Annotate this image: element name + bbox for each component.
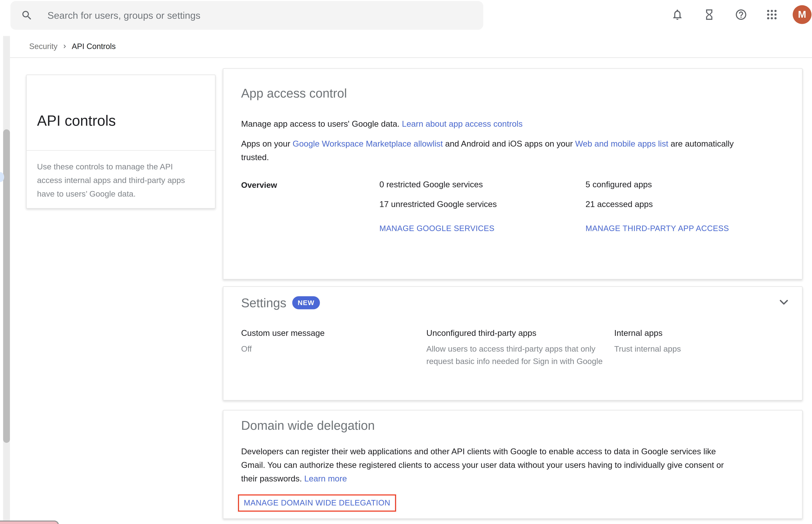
breadcrumb-separator-icon: › <box>63 41 66 51</box>
unconfigured-third-party-apps-desc: Allow users to access third-party apps t… <box>426 343 606 368</box>
restricted-services-count: 0 restricted Google services <box>379 180 483 189</box>
hourglass-icon[interactable] <box>703 8 716 21</box>
custom-user-message-value: Off <box>241 343 252 355</box>
api-controls-description: Use these controls to manage the API acc… <box>37 160 199 201</box>
app-access-control-title: App access control <box>241 86 347 101</box>
apps-grid-icon[interactable] <box>766 8 778 21</box>
intro-text: Manage app access to users' Google data. <box>241 119 402 128</box>
domain-wide-delegation-title: Domain wide delegation <box>241 418 375 433</box>
internal-apps-desc: Trust internal apps <box>614 343 681 355</box>
breadcrumb-security[interactable]: Security <box>29 42 58 50</box>
learn-about-app-access-link[interactable]: Learn about app access controls <box>402 119 523 128</box>
accessed-apps-count: 21 accessed apps <box>586 200 653 209</box>
overview-label: Overview <box>241 181 277 190</box>
custom-user-message-title: Custom user message <box>241 329 325 338</box>
help-icon[interactable] <box>735 8 747 21</box>
bottom-left-toast-peek <box>0 521 59 524</box>
apps-line2: trusted. <box>241 153 269 162</box>
admin-console-page: M Security › API Controls API controls U… <box>0 0 812 524</box>
apps-suffix: are automatically <box>668 139 734 148</box>
web-mobile-apps-list-link[interactable]: Web and mobile apps list <box>575 139 668 148</box>
manage-third-party-app-access-link[interactable]: MANAGE THIRD-PARTY APP ACCESS <box>586 224 729 233</box>
api-controls-summary-card: API controls Use these controls to manag… <box>26 75 216 209</box>
api-controls-title: API controls <box>37 113 116 129</box>
account-avatar[interactable]: M <box>793 5 812 24</box>
unconfigured-third-party-apps-title: Unconfigured third-party apps <box>426 329 606 338</box>
manage-domain-wide-delegation-link[interactable]: MANAGE DOMAIN WIDE DELEGATION <box>244 498 391 507</box>
bell-icon[interactable] <box>671 8 684 21</box>
card-divider <box>27 150 215 151</box>
header-divider <box>10 57 812 58</box>
app-access-intro: Manage app access to users' Google data.… <box>241 119 523 129</box>
top-search-bar[interactable] <box>11 1 483 30</box>
dwd-line2: Gmail. You can authorize these registere… <box>241 461 724 470</box>
breadcrumb: Security › API Controls <box>29 41 116 51</box>
search-input[interactable] <box>46 9 483 22</box>
breadcrumb-api-controls: API Controls <box>72 42 116 50</box>
app-access-control-card: App access control Manage app access to … <box>223 68 803 280</box>
learn-more-link[interactable]: Learn more <box>304 474 347 483</box>
search-icon <box>21 10 33 21</box>
highlight-box: MANAGE DOMAIN WIDE DELEGATION <box>238 494 396 511</box>
apps-prefix: Apps on your <box>241 139 293 148</box>
avatar-initial: M <box>798 9 806 20</box>
settings-card: Settings NEW Custom user message Off Unc… <box>223 286 803 400</box>
marketplace-allowlist-link[interactable]: Google Workspace Marketplace allowlist <box>293 139 443 148</box>
app-access-trusted-paragraph: Apps on your Google Workspace Marketplac… <box>241 137 794 164</box>
manage-google-services-link[interactable]: MANAGE GOOGLE SERVICES <box>379 224 494 233</box>
domain-wide-delegation-body: Developers can register their web applic… <box>241 445 789 486</box>
domain-wide-delegation-card: Domain wide delegation Developers can re… <box>223 410 803 519</box>
configured-apps-count: 5 configured apps <box>586 180 652 189</box>
settings-title: Settings <box>241 296 286 310</box>
new-badge: NEW <box>292 296 320 309</box>
apps-mid: and Android and iOS apps on your <box>443 139 575 148</box>
dwd-line3: their passwords. <box>241 474 304 483</box>
dwd-line1: Developers can register their web applic… <box>241 447 716 456</box>
chevron-down-icon[interactable] <box>777 295 791 309</box>
internal-apps-title: Internal apps <box>614 329 663 338</box>
unrestricted-services-count: 17 unrestricted Google services <box>379 200 497 209</box>
